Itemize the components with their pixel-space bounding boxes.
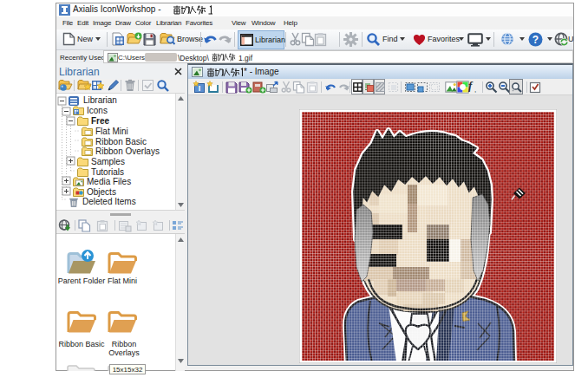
svg-text:Objects: Objects <box>87 187 116 197</box>
svg-text:Deleted Items: Deleted Items <box>82 197 136 206</box>
svg-text:Ribbon Overlays: Ribbon Overlays <box>95 146 160 156</box>
svg-text:?: ? <box>532 34 539 46</box>
svg-text:Samples: Samples <box>91 157 125 166</box>
svg-text:Ribbon Basic: Ribbon Basic <box>95 137 147 146</box>
svg-text:Free: Free <box>91 116 110 126</box>
svg-text:Icons: Icons <box>87 106 108 115</box>
svg-text:Flat Mini: Flat Mini <box>95 127 128 136</box>
svg-text:Media Files: Media Files <box>87 177 131 186</box>
svg-text:I: I <box>199 84 201 93</box>
svg-text:Librarian: Librarian <box>83 95 117 105</box>
svg-text:Tutorials: Tutorials <box>91 167 124 177</box>
